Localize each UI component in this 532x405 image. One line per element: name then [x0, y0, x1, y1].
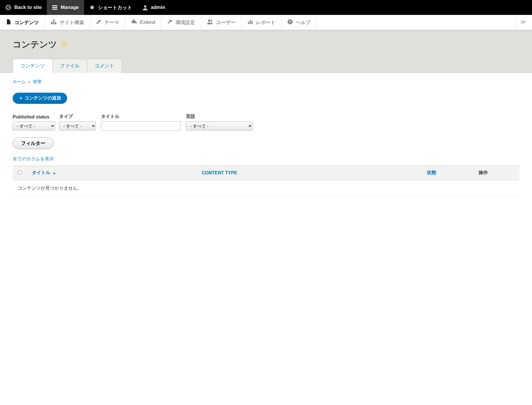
admin-menu-config[interactable]: 環境設定: [161, 15, 201, 30]
show-all-columns-link[interactable]: 全てのカラムを表示: [13, 156, 54, 162]
people-icon: [207, 19, 213, 26]
filter-published-label: Published status: [13, 114, 55, 120]
star-icon: [89, 5, 95, 10]
filter-language-label: 言語: [186, 114, 253, 120]
admin-menu-label: 環境設定: [176, 19, 195, 26]
table-empty-row: コンテンツが見つかりません。: [13, 180, 519, 197]
admin-menu-label: コンテンツ: [14, 19, 39, 26]
structure-icon: [51, 19, 57, 26]
filter-language-select[interactable]: - すべて -: [186, 121, 253, 131]
filter-submit-label: フィルター: [21, 141, 45, 146]
admin-menu-appearance[interactable]: テーマ: [90, 15, 125, 30]
tab-label: コンテンツ: [20, 63, 45, 69]
admin-menu-label: ユーザー: [216, 19, 236, 26]
svg-point-7: [211, 20, 212, 22]
admin-menu-label: レポート: [256, 19, 275, 26]
puzzle-icon: [131, 19, 137, 26]
shortcuts-button[interactable]: ショートカット: [84, 0, 137, 15]
admin-menu-extend[interactable]: Extend: [125, 15, 161, 30]
back-to-site-label: Back to site: [14, 5, 42, 10]
svg-point-1: [144, 5, 146, 8]
content-table: タイトル ▲ CONTENT TYPE 状態 操作 コンテンツが見つかりません。: [13, 165, 519, 197]
filter-type-select[interactable]: - すべて -: [59, 121, 96, 131]
svg-rect-8: [248, 22, 249, 24]
column-select-all: [13, 166, 27, 180]
column-status-label: 状態: [427, 170, 436, 175]
user-icon: [142, 5, 148, 10]
filter-title-label: タイトル: [101, 114, 181, 120]
filter-published-select[interactable]: - すべて -: [13, 121, 55, 131]
brush-icon: [96, 19, 102, 26]
filter-form: Published status - すべて - タイプ - すべて - タイト…: [13, 114, 519, 131]
column-title-label: タイトル: [32, 170, 50, 175]
svg-point-4: [53, 23, 55, 24]
admin-menu-label: サイト構築: [60, 19, 84, 26]
column-title[interactable]: タイトル ▲: [27, 166, 197, 180]
breadcrumb-admin-link[interactable]: 管理: [33, 79, 41, 84]
plus-icon: ＋: [19, 95, 23, 101]
svg-point-3: [51, 23, 53, 24]
select-all-checkbox[interactable]: [18, 171, 22, 174]
breadcrumb-separator: »: [28, 79, 30, 84]
shortcuts-label: ショートカット: [98, 4, 132, 11]
column-content-type[interactable]: CONTENT TYPE: [197, 166, 422, 180]
svg-rect-9: [250, 20, 251, 24]
admin-menu-label: ヘルプ: [296, 19, 310, 26]
column-content-type-label: CONTENT TYPE: [202, 170, 237, 175]
svg-point-6: [208, 20, 210, 22]
admin-menu-help[interactable]: ? ヘルプ: [281, 15, 317, 30]
tab-label: ファイル: [60, 63, 79, 69]
primary-tabs: コンテンツ ファイル コメント: [13, 59, 519, 73]
back-to-site-button[interactable]: Back to site: [0, 0, 47, 15]
table-empty-message: コンテンツが見つかりません。: [13, 180, 519, 197]
page-header-region: コンテンツ コンテンツ ファイル コメント: [0, 30, 532, 73]
breadcrumb-home-link[interactable]: ホーム: [13, 79, 26, 84]
add-content-label: コンテンツの追加: [24, 95, 61, 101]
add-content-button[interactable]: ＋コンテンツの追加: [13, 93, 67, 104]
breadcrumb: ホーム » 管理: [13, 79, 519, 85]
file-icon: [6, 19, 11, 26]
manage-button[interactable]: Manage: [47, 0, 84, 15]
svg-point-5: [55, 23, 57, 24]
tab-files[interactable]: ファイル: [52, 59, 87, 73]
filter-type-label: タイプ: [59, 114, 96, 120]
filter-title-input[interactable]: [101, 121, 181, 131]
top-toolbar: Back to site Manage ショートカット admin: [0, 0, 532, 15]
svg-point-0: [5, 5, 11, 10]
user-label: admin: [151, 5, 165, 10]
tab-label: コメント: [95, 63, 114, 69]
admin-menu-spacer: [317, 15, 516, 30]
collapse-menu-button[interactable]: [516, 15, 532, 30]
page-title: コンテンツ: [13, 39, 57, 50]
svg-point-2: [53, 19, 55, 21]
admin-menu-label: テーマ: [104, 19, 119, 26]
tab-comments[interactable]: コメント: [87, 59, 122, 73]
main-content: ホーム » 管理 ＋コンテンツの追加 Published status - すべ…: [0, 73, 532, 203]
admin-menu-people[interactable]: ユーザー: [201, 15, 242, 30]
hamburger-icon: [52, 5, 58, 10]
admin-menu: コンテンツ サイト構築 テーマ Extend 環境設定 ユーザー レポート: [0, 15, 532, 30]
tab-content[interactable]: コンテンツ: [13, 59, 53, 73]
help-icon: ?: [287, 19, 293, 26]
filter-submit-button[interactable]: フィルター: [13, 137, 54, 149]
column-operations-label: 操作: [479, 170, 488, 175]
column-operations: 操作: [473, 166, 519, 180]
chart-icon: [247, 19, 253, 26]
admin-menu-label: Extend: [140, 20, 155, 25]
admin-menu-reports[interactable]: レポート: [242, 15, 281, 30]
admin-menu-structure[interactable]: サイト構築: [45, 15, 90, 30]
favorite-star-icon[interactable]: [61, 41, 67, 48]
column-status[interactable]: 状態: [422, 166, 473, 180]
admin-menu-content[interactable]: コンテンツ: [0, 15, 45, 30]
manage-label: Manage: [61, 5, 79, 10]
collapse-left-icon: [521, 20, 527, 26]
wrench-icon: [167, 19, 173, 26]
svg-text:?: ?: [289, 20, 291, 24]
chevron-left-circle-icon: [5, 4, 11, 11]
svg-rect-10: [251, 21, 253, 24]
user-menu-button[interactable]: admin: [137, 0, 170, 15]
sort-arrow-icon: ▲: [53, 171, 56, 175]
